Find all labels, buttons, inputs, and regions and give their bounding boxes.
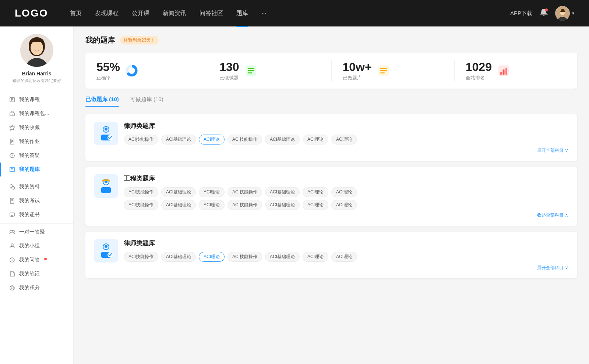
sidebar-item-favorites[interactable]: 我的收藏 — [0, 121, 73, 135]
qbank-tag[interactable]: ACI理论 — [331, 135, 357, 144]
qbank-tag[interactable]: ACI技能操作 — [228, 252, 262, 262]
sidebar-item-note[interactable]: 我的笔记 — [0, 267, 73, 281]
qbank-lawyer-1-expand[interactable]: 展开全部科目 ∨ — [94, 147, 568, 154]
qbank-engineer-title: 工程类题库 — [124, 174, 568, 183]
qbank-card-lawyer-2: 律师类题库 ACI技能操作 ACI基础理论 ACI理论 ACI技能操作 ACI基… — [85, 232, 577, 278]
qbank-tag[interactable]: ACI技能操作 — [228, 187, 262, 197]
qbank-tag[interactable]: ACI理论 — [303, 187, 328, 197]
content-area: 我的题库 体验剩余23天！ 55% 正确率 — [74, 26, 589, 364]
qbank-tag-active[interactable]: ACI理论 — [199, 252, 225, 262]
svg-point-35 — [10, 286, 14, 290]
sidebar-item-oneone[interactable]: 一对一答疑 — [0, 225, 73, 239]
sidebar-item-course[interactable]: 我的课程 — [0, 93, 73, 107]
qbank-tag[interactable]: ACI理论 — [331, 200, 357, 210]
qbank-tag[interactable]: ACI基础理论 — [161, 135, 196, 144]
sidebar-item-package[interactable]: 我的课程包... — [0, 107, 73, 121]
sidebar-item-homework[interactable]: 我的作业 — [0, 135, 73, 149]
cert-icon — [9, 211, 15, 218]
qbank-tag[interactable]: ACI基础理论 — [265, 187, 300, 197]
sidebar-item-qbank[interactable]: 我的题库 — [0, 163, 73, 176]
qbank-tag[interactable]: ACI基础理论 — [265, 252, 300, 262]
sidebar-item-score[interactable]: 我的积分 — [0, 281, 73, 295]
nav-qbank[interactable]: 题库 — [236, 8, 248, 19]
qbank-tag[interactable]: ACI理论 — [303, 135, 328, 144]
profile-motto: 错误的决定比没有决定要好 — [9, 78, 65, 83]
svg-marker-12 — [10, 125, 15, 130]
qbank-tag[interactable]: ACI基础理论 — [161, 200, 196, 210]
qbank-tag[interactable]: ACI技能操作 — [124, 200, 158, 210]
user-avatar-button[interactable]: ▾ — [555, 6, 574, 21]
svg-rect-46 — [380, 72, 385, 74]
sidebar-item-score-label: 我的积分 — [19, 285, 40, 291]
trial-badge: 体验剩余23天！ — [120, 36, 159, 44]
sidebar-item-qa[interactable]: ? 我的答疑 — [0, 149, 73, 163]
course-icon — [9, 96, 15, 103]
package-icon — [9, 110, 15, 117]
qbank-tag[interactable]: ACI基础理论 — [161, 187, 196, 197]
qbank-tag[interactable]: ACI理论 — [199, 200, 225, 210]
pie-icon — [125, 64, 138, 77]
svg-point-53 — [105, 128, 107, 131]
sidebar-item-exam-label: 我的考试 — [19, 197, 40, 204]
qbank-engineer-collapse[interactable]: 收起全部科目 ∧ — [94, 212, 568, 218]
qbank-lawyer-2-expand[interactable]: 展开全部科目 ∨ — [94, 265, 568, 271]
qbank-tag[interactable]: ACI理论 — [303, 200, 328, 210]
nav-qa[interactable]: 问答社区 — [200, 8, 223, 19]
svg-rect-41 — [248, 70, 254, 71]
nav-open-course[interactable]: 公开课 — [132, 8, 149, 19]
avatar — [555, 6, 570, 21]
sidebar-item-exam[interactable]: 我的考试 — [0, 194, 73, 208]
sidebar-item-group[interactable]: 我的小组 — [0, 239, 73, 253]
svg-point-38 — [128, 67, 135, 74]
qbank-tag[interactable]: ACI技能操作 — [228, 200, 262, 210]
sidebar-item-cert[interactable]: 我的证书 — [0, 208, 73, 222]
svg-point-22 — [10, 185, 13, 188]
stats-row: 55% 正确率 130 已做试题 — [85, 53, 577, 89]
qbank-tag[interactable]: ACI理论 — [331, 187, 357, 197]
qbank-tag[interactable]: ACI基础理论 — [265, 200, 300, 210]
page-title: 我的题库 — [85, 35, 115, 45]
qbank-tag[interactable]: ACI技能操作 — [124, 187, 158, 197]
svg-text:?: ? — [11, 154, 13, 158]
stat-rank: 1029 全站排名 — [455, 60, 577, 81]
qbank-tag-active[interactable]: ACI理论 — [199, 135, 225, 144]
stat-done-banks-label: 已做题库 — [343, 75, 372, 81]
svg-rect-50 — [505, 68, 507, 75]
data-icon — [9, 183, 15, 190]
svg-rect-27 — [10, 213, 14, 216]
notification-button[interactable] — [540, 8, 548, 18]
qbank-tag[interactable]: ACI技能操作 — [124, 252, 158, 262]
logo: LOGO — [15, 7, 48, 19]
qbank-icon — [9, 166, 15, 173]
sidebar-item-question[interactable]: ? 我的问答 — [0, 253, 73, 267]
note-icon — [9, 271, 15, 277]
stat-done-questions-value: 130 — [219, 60, 239, 74]
nav-discover[interactable]: 发现课程 — [95, 8, 119, 19]
sidebar-menu: 我的课程 我的课程包... 我的收藏 我的作业 — [0, 93, 73, 295]
stat-accuracy-value: 55% — [96, 60, 120, 74]
svg-rect-44 — [380, 68, 387, 69]
doc-icon — [377, 64, 390, 77]
qbank-tag[interactable]: ACI理论 — [303, 252, 328, 262]
app-download-button[interactable]: APP下载 — [510, 10, 532, 17]
sidebar-item-note-label: 我的笔记 — [19, 271, 40, 277]
qbank-tag[interactable]: ACI理论 — [199, 187, 225, 197]
tab-done-banks[interactable]: 已做题库 (10) — [85, 96, 119, 107]
stat-accuracy-label: 正确率 — [96, 75, 120, 81]
nav-news[interactable]: 新闻资讯 — [163, 8, 186, 19]
svg-point-31 — [12, 230, 14, 232]
tab-available-banks[interactable]: 可做题库 (10) — [130, 96, 163, 107]
qbank-tag[interactable]: ACI技能操作 — [124, 135, 158, 144]
oneone-icon — [9, 229, 15, 235]
score-icon — [9, 285, 15, 291]
question-icon: ? — [9, 257, 15, 263]
qbank-tag[interactable]: ACI基础理论 — [161, 252, 196, 262]
nav-home[interactable]: 首页 — [70, 8, 82, 19]
group-icon — [9, 243, 15, 249]
nav-more[interactable]: ··· — [261, 8, 266, 18]
qbank-tag[interactable]: ACI理论 — [331, 252, 357, 262]
sidebar-item-data[interactable]: 我的资料 — [0, 180, 73, 194]
qbank-tag[interactable]: ACI基础理论 — [265, 135, 300, 144]
svg-point-28 — [11, 215, 13, 217]
qbank-tag[interactable]: ACI技能操作 — [228, 135, 262, 144]
